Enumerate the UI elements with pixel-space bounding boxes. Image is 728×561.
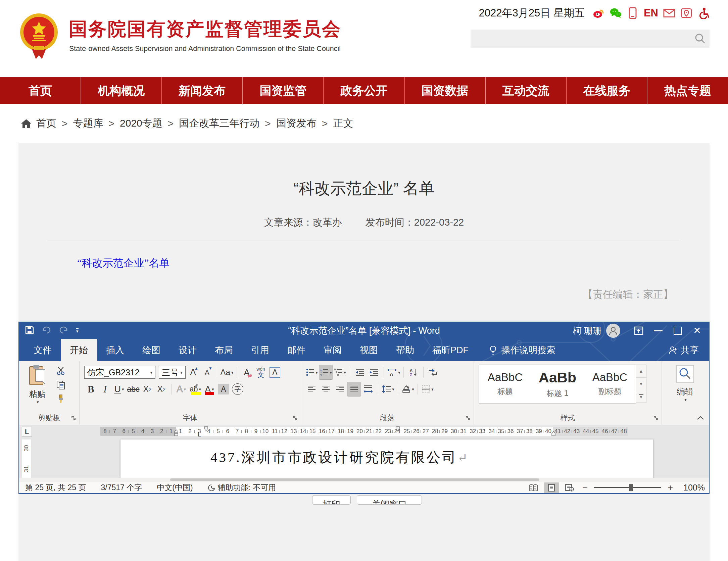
language-indicator[interactable]: 中文(中国) bbox=[157, 482, 193, 493]
enclose-characters-button[interactable]: 字 bbox=[231, 382, 244, 396]
nav-item-1[interactable]: 机构概况 bbox=[81, 77, 162, 104]
ribbon-tab-5[interactable]: 布局 bbox=[206, 339, 242, 361]
horizontal-ruler[interactable]: 8765432112345678910111213141516171819202… bbox=[100, 427, 628, 436]
paste-button[interactable]: 粘贴 ▾ bbox=[24, 365, 51, 405]
sort-button[interactable]: A Z bbox=[407, 365, 420, 379]
zoom-level[interactable]: 100% bbox=[683, 483, 705, 493]
change-case-button[interactable]: Aa▾ bbox=[220, 365, 234, 379]
breadcrumb-item-5[interactable]: 正文 bbox=[333, 116, 353, 130]
breadcrumb-item-3[interactable]: 国企改革三年行动 bbox=[179, 116, 259, 130]
superscript-button[interactable]: X 2 bbox=[155, 382, 168, 396]
tab-selector[interactable]: L bbox=[22, 427, 32, 437]
gallery-expand-icon[interactable]: ▼ bbox=[636, 390, 646, 403]
print-layout-icon[interactable] bbox=[544, 482, 559, 493]
nav-item-8[interactable]: 热点专题 bbox=[647, 77, 728, 104]
nav-item-7[interactable]: 在线服务 bbox=[567, 77, 647, 104]
asian-layout-button[interactable]: A ▾ bbox=[387, 365, 400, 379]
format-painter-icon[interactable] bbox=[54, 393, 67, 405]
ribbon-tab-1[interactable]: 开始 bbox=[61, 339, 97, 361]
highlight-button[interactable]: ab ▾ bbox=[189, 382, 202, 396]
paragraph-dialog-launcher-icon[interactable] bbox=[466, 416, 471, 422]
character-shading-button[interactable]: A bbox=[217, 382, 230, 396]
style-item-1[interactable]: AaBb标题 1 bbox=[531, 365, 584, 403]
align-center-button[interactable] bbox=[319, 382, 333, 396]
close-button[interactable]: ✕ bbox=[687, 322, 707, 339]
align-left-button[interactable] bbox=[305, 382, 319, 396]
ribbon-tab-3[interactable]: 绘图 bbox=[133, 339, 169, 361]
indent-markers[interactable] bbox=[173, 427, 179, 436]
nav-item-3[interactable]: 国资监管 bbox=[243, 77, 324, 104]
subscript-button[interactable]: X 2 bbox=[141, 382, 154, 396]
word-count[interactable]: 3/7517 个字 bbox=[101, 482, 142, 493]
breadcrumb-item-4[interactable]: 国资发布 bbox=[276, 116, 317, 130]
site-map-icon[interactable] bbox=[680, 7, 692, 19]
ribbon-tab-2[interactable]: 插入 bbox=[97, 339, 133, 361]
gallery-scroll-up-icon[interactable]: ▲ bbox=[636, 365, 646, 378]
zoom-in-button[interactable]: + bbox=[665, 482, 675, 493]
justify-button[interactable] bbox=[347, 382, 361, 396]
style-item-0[interactable]: AaBbC标题 bbox=[479, 365, 531, 403]
horizontal-scrollbar-thumb[interactable] bbox=[170, 478, 539, 481]
close-window-button[interactable]: 关闭窗口 bbox=[357, 495, 422, 505]
ribbon-tab-4[interactable]: 设计 bbox=[169, 339, 206, 361]
maximize-button[interactable] bbox=[668, 322, 687, 339]
zoom-slider[interactable] bbox=[594, 487, 661, 488]
right-indent-marker[interactable] bbox=[550, 431, 556, 436]
vertical-ruler[interactable]: 30 31 bbox=[22, 439, 31, 482]
search-input[interactable] bbox=[475, 30, 688, 48]
search-icon[interactable] bbox=[693, 32, 707, 45]
shrink-font-button[interactable]: A ▼ bbox=[200, 365, 214, 379]
mail-icon[interactable] bbox=[663, 7, 675, 19]
ribbon-tab-6[interactable]: 引用 bbox=[242, 339, 278, 361]
grow-font-button[interactable]: A ▲ bbox=[186, 365, 200, 379]
document-text[interactable]: 437.深圳市市政设计研究院有限公司↵ bbox=[210, 448, 468, 467]
nav-item-2[interactable]: 新闻发布 bbox=[162, 77, 243, 104]
attachment-link[interactable]: “科改示范企业”名单 bbox=[77, 256, 170, 270]
multilevel-list-button[interactable]: ▾ bbox=[333, 365, 347, 379]
font-size-combo[interactable]: 三号▾ bbox=[159, 366, 186, 379]
minimize-button[interactable] bbox=[648, 322, 668, 339]
editing-chevron-down-icon[interactable]: ▾ bbox=[663, 397, 708, 402]
first-line-indent-marker[interactable] bbox=[203, 426, 209, 431]
nav-item-0[interactable]: 首页 bbox=[0, 77, 81, 104]
ruler-marker[interactable] bbox=[395, 426, 401, 431]
shading-button[interactable]: ▾ bbox=[401, 382, 415, 396]
borders-button[interactable]: ▾ bbox=[421, 382, 434, 396]
zoom-out-button[interactable]: − bbox=[580, 482, 590, 493]
distribute-button[interactable] bbox=[361, 382, 375, 396]
phonetic-guide-button[interactable]: wén 文 bbox=[254, 365, 268, 379]
weibo-icon[interactable] bbox=[592, 7, 604, 19]
numbering-button[interactable]: 1 2 3 ▾ bbox=[319, 365, 333, 379]
breadcrumb-item-0[interactable]: 首页 bbox=[36, 116, 56, 130]
avatar[interactable] bbox=[606, 324, 620, 338]
ribbon-tab-10[interactable]: 帮助 bbox=[387, 339, 423, 361]
mobile-icon[interactable] bbox=[627, 7, 639, 19]
copy-icon[interactable] bbox=[54, 379, 67, 391]
clipboard-dialog-launcher-icon[interactable] bbox=[71, 416, 76, 422]
account-name[interactable]: 柯 珊珊 bbox=[573, 325, 601, 337]
ribbon-tab-9[interactable]: 视图 bbox=[351, 339, 387, 361]
underline-button[interactable]: U▾ bbox=[112, 382, 126, 396]
align-right-button[interactable] bbox=[333, 382, 347, 396]
home-icon[interactable] bbox=[21, 119, 32, 129]
accessibility-icon[interactable] bbox=[697, 7, 710, 19]
strikethrough-button[interactable]: abc bbox=[127, 382, 140, 396]
ribbon-display-options-icon[interactable] bbox=[629, 322, 648, 339]
tab-stop-marker[interactable]: L bbox=[197, 431, 201, 438]
font-name-combo[interactable]: 仿宋_GB2312▾ bbox=[84, 366, 155, 379]
nav-item-6[interactable]: 互动交流 bbox=[486, 77, 567, 104]
show-hide-marks-button[interactable] bbox=[427, 365, 440, 379]
collapse-ribbon-icon[interactable] bbox=[697, 415, 704, 421]
breadcrumb-item-1[interactable]: 专题库 bbox=[73, 116, 103, 130]
nav-item-5[interactable]: 国资数据 bbox=[405, 77, 486, 104]
tell-me-search[interactable]: 操作说明搜索 bbox=[489, 339, 555, 361]
text-effects-button[interactable]: A ▾ bbox=[175, 382, 188, 396]
bullets-button[interactable]: ▾ bbox=[305, 365, 319, 379]
print-button[interactable]: 打印 bbox=[312, 495, 351, 505]
font-color-button[interactable]: A ▾ bbox=[203, 382, 216, 396]
web-layout-icon[interactable] bbox=[562, 482, 577, 493]
ribbon-tab-11[interactable]: 福昕PDF bbox=[423, 339, 478, 361]
breadcrumb-item-2[interactable]: 2020专题 bbox=[120, 116, 162, 130]
ribbon-tab-8[interactable]: 审阅 bbox=[314, 339, 351, 361]
accessibility-status[interactable]: ? 辅助功能: 不可用 bbox=[208, 482, 276, 493]
